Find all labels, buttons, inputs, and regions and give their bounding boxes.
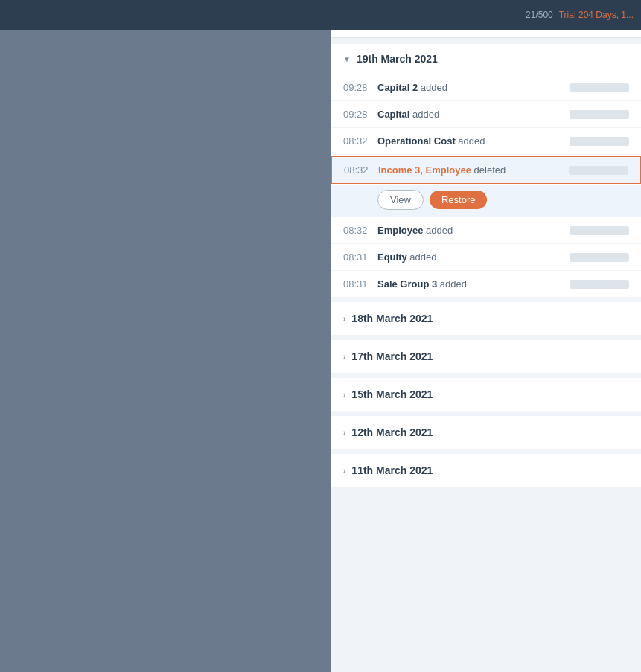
date-label-march11: 11th March 2021	[351, 464, 433, 476]
history-item: 08:32 Employee added	[331, 217, 641, 244]
date-group-expanded: ▼ 19th March 2021 09:28 Capital 2 added …	[331, 44, 641, 298]
date-header-march19[interactable]: ▼ 19th March 2021	[331, 44, 641, 74]
item-bar	[570, 280, 629, 289]
item-actions: View Restore	[331, 185, 641, 217]
history-item: 09:28 Capital added	[331, 101, 641, 128]
top-bar: 21/500 Trial 204 Days, 1...	[0, 0, 641, 30]
counter-text: 21/500	[526, 10, 553, 20]
history-items-list-below: 08:32 Employee added 08:31 Equity added …	[331, 217, 641, 298]
history-item-selected[interactable]: 08:32 Income 3, Employee deleted	[331, 156, 641, 184]
chevron-right-icon: ›	[343, 391, 345, 399]
date-label-march17: 17th March 2021	[351, 351, 433, 362]
date-label-march15: 15th March 2021	[351, 388, 433, 400]
date-group-march12: › 12th March 2021	[331, 416, 641, 449]
date-label-march12: 12th March 2021	[351, 426, 433, 438]
chevron-right-icon: ›	[343, 429, 345, 437]
date-header-march12[interactable]: › 12th March 2021	[331, 416, 641, 449]
date-label-march19: 19th March 2021	[357, 53, 438, 65]
item-bar	[570, 137, 629, 146]
item-bar	[569, 166, 628, 175]
chevron-right-icon: ›	[343, 315, 345, 323]
date-header-march15[interactable]: › 15th March 2021	[331, 378, 641, 412]
left-background: 21/500 Trial 204 Days, 1...	[0, 0, 331, 672]
history-item: 08:32 Operational Cost added	[331, 128, 641, 155]
item-bar	[570, 110, 629, 119]
history-item: 09:28 Capital 2 added	[331, 74, 641, 101]
bottom-space	[331, 492, 641, 581]
trial-text: Trial 204 Days, 1...	[559, 10, 634, 20]
date-group-march11: › 11th March 2021	[331, 454, 641, 487]
history-items-list: 09:28 Capital 2 added 09:28 Capital adde…	[331, 74, 641, 184]
date-header-march17[interactable]: › 17th March 2021	[331, 340, 641, 374]
chevron-right-icon: ›	[343, 353, 345, 361]
date-group-march15: › 15th March 2021	[331, 378, 641, 412]
view-button[interactable]: View	[377, 190, 424, 210]
date-header-march18[interactable]: › 18th March 2021	[331, 302, 641, 336]
chevron-right-icon: ›	[343, 467, 345, 475]
item-bar	[570, 226, 629, 235]
chevron-down-icon: ▼	[343, 55, 351, 63]
item-bar	[570, 253, 629, 262]
restore-button[interactable]: Restore	[430, 191, 488, 209]
history-item: 08:31 Sale Group 3 added	[331, 271, 641, 298]
item-bar	[570, 83, 629, 92]
date-group-march17: › 17th March 2021	[331, 340, 641, 374]
version-history-panel: Version history × ▼ 19th March 2021 09:2…	[331, 0, 641, 672]
panel-content: ▼ 19th March 2021 09:28 Capital 2 added …	[331, 38, 641, 672]
date-label-march18: 18th March 2021	[351, 313, 433, 324]
history-item: 08:31 Equity added	[331, 244, 641, 271]
date-group-march18: › 18th March 2021	[331, 302, 641, 336]
date-header-march11[interactable]: › 11th March 2021	[331, 454, 641, 487]
